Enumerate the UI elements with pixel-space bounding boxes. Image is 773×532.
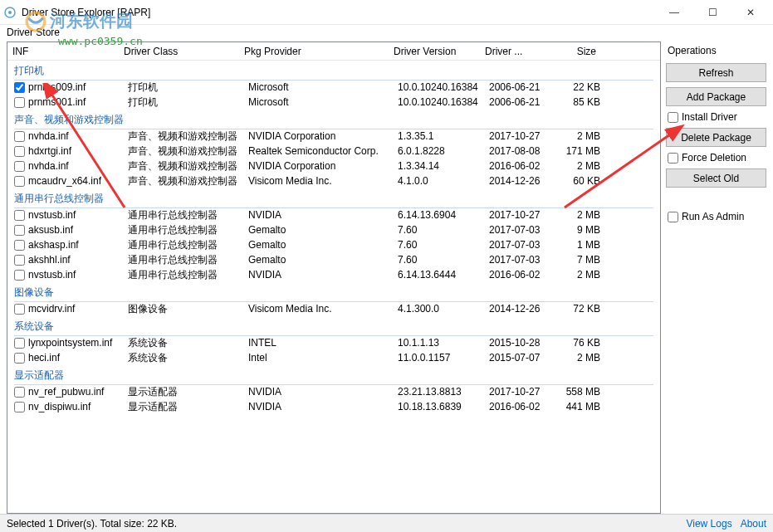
table-row[interactable]: hdxrtgi.inf声音、视频和游戏控制器Realtek Semiconduc…	[7, 144, 660, 159]
group-header[interactable]: 显示适配器	[7, 365, 660, 384]
row-checkbox[interactable]	[14, 304, 25, 315]
view-logs-link[interactable]: View Logs	[686, 518, 731, 530]
row-checkbox[interactable]	[14, 255, 25, 266]
group-header[interactable]: 系统设备	[7, 316, 660, 335]
select-old-button[interactable]: Select Old	[666, 168, 766, 188]
cell-date: 2006-06-21	[489, 96, 560, 108]
row-checkbox[interactable]	[14, 97, 25, 108]
force-deletion-label: Force Deletion	[682, 152, 746, 164]
cell-date: 2017-10-27	[489, 209, 560, 221]
cell-inf: mcaudrv_x64.inf	[28, 175, 128, 187]
cell-size: 7 MB	[560, 254, 605, 266]
cell-size: 2 MB	[560, 130, 605, 142]
table-row[interactable]: prnms009.inf打印机Microsoft10.0.10240.16384…	[7, 80, 660, 95]
table-row[interactable]: akshhl.inf通用串行总线控制器Gemalto7.602017-07-03…	[7, 252, 660, 267]
row-checkbox[interactable]	[14, 161, 25, 172]
cell-date: 2017-07-03	[489, 239, 560, 251]
list-body[interactable]: 打印机prnms009.inf打印机Microsoft10.0.10240.16…	[7, 61, 660, 513]
cell-inf: akshasp.inf	[28, 239, 128, 251]
cell-provider: NVIDIA	[248, 386, 398, 398]
cell-version: 10.1.1.13	[398, 337, 489, 349]
cell-version: 11.0.0.1157	[398, 352, 489, 364]
row-checkbox[interactable]	[14, 270, 25, 281]
force-deletion-checkbox[interactable]: Force Deletion	[666, 152, 766, 164]
force-deletion-check[interactable]	[668, 153, 678, 164]
col-header-size[interactable]: Size	[555, 46, 601, 57]
cell-class: 声音、视频和游戏控制器	[128, 144, 248, 159]
cell-date: 2016-06-02	[489, 401, 560, 412]
cell-version: 6.0.1.8228	[398, 145, 489, 157]
maximize-button[interactable]: ☐	[693, 1, 731, 24]
table-row[interactable]: heci.inf系统设备Intel11.0.0.11572015-07-072 …	[7, 350, 660, 365]
install-driver-checkbox[interactable]: Install Driver	[666, 111, 766, 123]
table-row[interactable]: prnms001.inf打印机Microsoft10.0.10240.16384…	[7, 95, 660, 110]
col-header-class[interactable]: Driver Class	[124, 46, 244, 57]
install-driver-check[interactable]	[668, 112, 678, 123]
menubar: Driver Store	[0, 25, 773, 41]
cell-inf: nvstusb.inf	[28, 209, 128, 221]
delete-package-button[interactable]: Delete Package	[666, 128, 766, 147]
group-header[interactable]: 声音、视频和游戏控制器	[7, 110, 660, 129]
group-header[interactable]: 图像设备	[7, 282, 660, 301]
table-row[interactable]: akshasp.inf通用串行总线控制器Gemalto7.602017-07-0…	[7, 237, 660, 252]
row-checkbox[interactable]	[14, 387, 25, 398]
window-title: Driver Store Explorer [RAPR]	[22, 7, 655, 18]
run-as-admin-label: Run As Admin	[682, 211, 744, 222]
row-checkbox[interactable]	[14, 338, 25, 349]
cell-size: 1 MB	[560, 239, 605, 251]
table-row[interactable]: lynxpointsystem.inf系统设备INTEL10.1.1.13201…	[7, 335, 660, 350]
cell-date: 2014-12-26	[489, 303, 560, 315]
row-checkbox[interactable]	[14, 240, 25, 251]
col-header-provider[interactable]: Pkg Provider	[244, 46, 394, 57]
cell-date: 2016-06-02	[489, 160, 560, 172]
row-checkbox[interactable]	[14, 402, 25, 412]
row-checkbox[interactable]	[14, 176, 25, 187]
row-checkbox[interactable]	[14, 146, 25, 157]
cell-class: 声音、视频和游戏控制器	[128, 159, 248, 173]
table-row[interactable]: nv_ref_pubwu.inf显示适配器NVIDIA23.21.13.8813…	[7, 384, 660, 399]
close-button[interactable]: ✕	[731, 1, 770, 24]
app-icon	[3, 6, 17, 19]
minimize-button[interactable]: —	[655, 1, 693, 24]
add-package-button[interactable]: Add Package	[666, 87, 766, 106]
table-row[interactable]: nv_dispiwu.inf显示适配器NVIDIA10.18.13.683920…	[7, 399, 660, 414]
row-checkbox[interactable]	[14, 131, 25, 142]
run-as-admin-check[interactable]	[668, 212, 678, 222]
row-checkbox[interactable]	[14, 82, 25, 93]
run-as-admin-checkbox[interactable]: Run As Admin	[666, 211, 766, 222]
statusbar: Selected 1 Driver(s). Total size: 22 KB.…	[0, 514, 773, 532]
cell-inf: lynxpointsystem.inf	[28, 337, 128, 349]
cell-class: 图像设备	[128, 302, 248, 316]
cell-size: 2 MB	[560, 269, 605, 281]
table-row[interactable]: nvhda.inf声音、视频和游戏控制器NVIDIA Corporation1.…	[7, 129, 660, 144]
row-checkbox[interactable]	[14, 225, 25, 236]
table-row[interactable]: nvhda.inf声音、视频和游戏控制器NVIDIA Corporation1.…	[7, 159, 660, 173]
col-header-inf[interactable]: INF	[7, 46, 124, 57]
status-text: Selected 1 Driver(s). Total size: 22 KB.	[7, 518, 678, 530]
cell-inf: nvhda.inf	[28, 130, 128, 142]
cell-provider: Microsoft	[248, 96, 398, 108]
menu-driver-store[interactable]: Driver Store	[7, 27, 60, 38]
table-row[interactable]: nvstusb.inf通用串行总线控制器NVIDIA6.14.13.690420…	[7, 207, 660, 222]
col-header-date[interactable]: Driver ...	[485, 46, 555, 57]
cell-version: 4.1.300.0	[398, 303, 489, 315]
cell-date: 2017-08-08	[489, 145, 560, 157]
cell-version: 7.60	[398, 254, 489, 266]
cell-class: 通用串行总线控制器	[128, 223, 248, 237]
row-checkbox[interactable]	[14, 353, 25, 364]
about-link[interactable]: About	[741, 518, 766, 530]
driver-list-pane: INF Driver Class Pkg Provider Driver Ver…	[7, 41, 661, 514]
cell-class: 显示适配器	[128, 385, 248, 399]
group-header[interactable]: 打印机	[7, 61, 660, 80]
table-row[interactable]: mcaudrv_x64.inf声音、视频和游戏控制器Visicom Media …	[7, 173, 660, 188]
table-row[interactable]: aksusb.inf通用串行总线控制器Gemalto7.602017-07-03…	[7, 222, 660, 237]
cell-class: 打印机	[128, 81, 248, 95]
table-row[interactable]: mcvidrv.inf图像设备Visicom Media Inc.4.1.300…	[7, 301, 660, 316]
cell-date: 2016-06-02	[489, 269, 560, 281]
refresh-button[interactable]: Refresh	[666, 63, 766, 82]
col-header-version[interactable]: Driver Version	[394, 46, 485, 57]
group-header[interactable]: 通用串行总线控制器	[7, 188, 660, 207]
row-checkbox[interactable]	[14, 210, 25, 221]
table-row[interactable]: nvstusb.inf通用串行总线控制器NVIDIA6.14.13.644420…	[7, 267, 660, 282]
cell-version: 4.1.0.0	[398, 175, 489, 187]
